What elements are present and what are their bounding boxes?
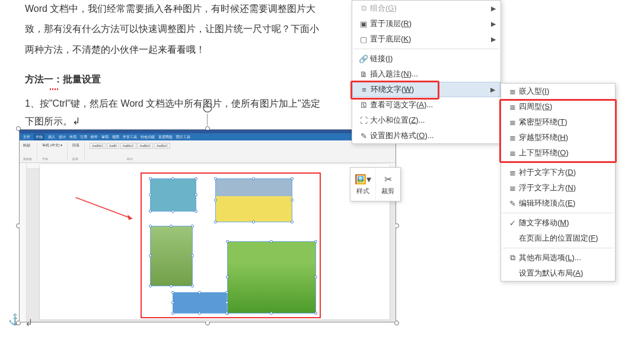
edit-icon: ✎ xyxy=(506,199,519,208)
sample-picture xyxy=(215,178,292,222)
alt-icon: 🖻 xyxy=(357,101,370,110)
red-arrow-annotation xyxy=(75,197,136,221)
menu-send-back[interactable]: ▢ 置于底层(K) ▶ xyxy=(352,31,500,47)
menu-size-pos[interactable]: ⛶ 大小和位置(Z)... xyxy=(352,113,500,128)
tight-icon: ≣ xyxy=(506,118,519,127)
menu-link[interactable]: 🔗 链接(I) xyxy=(352,51,500,66)
menu-separator xyxy=(502,213,614,213)
menu-group[interactable]: ⧉ 组合(G) ▶ xyxy=(352,1,500,16)
back-icon: ▢ xyxy=(357,35,370,44)
menu-bring-front[interactable]: ▣ 置于顶层(R) ▶ xyxy=(352,16,500,31)
inline-icon: ≣ xyxy=(506,87,519,96)
menu-wrap-text[interactable]: ≡ 环绕文字(W) ▶ xyxy=(352,82,500,97)
group-icon: ⧉ xyxy=(357,4,370,13)
submenu-front[interactable]: ≣ 浮于文字上方(N) xyxy=(501,180,615,196)
paragraph-mark: ↲ xyxy=(25,317,33,328)
svg-marker-1 xyxy=(127,215,132,220)
behind-icon: ≣ xyxy=(506,168,519,177)
crop-button[interactable]: ✂ 裁剪 xyxy=(376,168,401,201)
menu-separator xyxy=(502,248,614,248)
submenu-fix-position[interactable]: 在页面上的位置固定(F) xyxy=(501,231,615,246)
fmt-icon: ✎ xyxy=(357,132,370,140)
rotate-handle[interactable] xyxy=(202,102,213,114)
submenu-through[interactable]: ≣ 穿越型环绕(H) xyxy=(501,130,615,145)
document-body: Word 文档中，我们经常需要插入各种图片，有时候还需要调整图片大 致，那有没有… xyxy=(25,0,357,130)
rotate-connector xyxy=(207,114,208,126)
menu-caption[interactable]: 🗎 插入题注(N)... xyxy=(352,66,500,82)
body-line: 下图所示。↲ xyxy=(25,113,357,130)
topbot-icon: ≣ xyxy=(506,149,519,158)
submenu-arrow-icon: ▶ xyxy=(490,86,495,94)
mini-toolbar: 🖼️▾ 样式 ✂ 裁剪 xyxy=(350,167,401,202)
check-icon: ✓ xyxy=(506,219,519,228)
submenu-edit-points[interactable]: ✎ 编辑环绕顶点(E) xyxy=(501,196,615,211)
front-icon: ▣ xyxy=(357,20,370,28)
mini-word-screenshot: 文件开始插入设计布局引用邮件审阅视图开发工具特色功能百度网盘图片工具 粘贴剪贴板… xyxy=(20,130,396,322)
submenu-behind[interactable]: ≣ 衬于文字下方(D) xyxy=(501,165,615,180)
para-line: Word 文档中，我们经常需要插入各种图片，有时候还需要调整图片大 xyxy=(25,0,357,18)
through-icon: ≣ xyxy=(506,133,519,142)
submenu-arrow-icon: ▶ xyxy=(491,20,496,28)
caption-icon: 🗎 xyxy=(357,70,370,79)
submenu-square[interactable]: ≣ 四周型(S) xyxy=(501,99,615,114)
sample-picture xyxy=(150,178,196,212)
submenu-topbottom[interactable]: ≣ 上下型环绕(O) xyxy=(501,145,615,161)
submenu-inline[interactable]: ≣ 嵌入型(I) xyxy=(501,84,615,99)
square-icon: ≣ xyxy=(506,103,519,111)
para-line: 两种方法，不清楚的小伙伴一起来看看哦！ xyxy=(25,41,357,59)
submenu-tight[interactable]: ≣ 紧密型环绕(T) xyxy=(501,114,615,130)
sample-picture xyxy=(150,226,193,286)
menu-separator xyxy=(353,49,499,49)
style-label: 样式 xyxy=(356,187,369,196)
sample-picture xyxy=(227,241,316,314)
submenu-default-layout[interactable]: 设置为默认布局(A) xyxy=(501,266,615,281)
submenu-more-layout[interactable]: ⧉ 其他布局选项(L)... xyxy=(501,250,615,266)
link-icon: 🔗 xyxy=(357,55,370,63)
size-icon: ⛶ xyxy=(357,116,370,125)
menu-separator xyxy=(502,162,614,163)
wrap-text-submenu: ≣ 嵌入型(I) ≣ 四周型(S) ≣ 紧密型环绕(T) ≣ 穿越型环绕(H) … xyxy=(500,83,616,282)
crop-label: 裁剪 xyxy=(381,187,394,196)
wrap-icon: ≡ xyxy=(358,85,371,94)
para-line: 致，那有没有什么方法可以快速调整图片，让图片统一尺寸呢？下面小 xyxy=(25,20,357,38)
submenu-arrow-icon: ▶ xyxy=(491,5,496,12)
menu-alt-text[interactable]: 🖻 查看可选文字(A)... xyxy=(352,97,500,113)
more-icon: ⧉ xyxy=(506,253,519,263)
style-button[interactable]: 🖼️▾ 样式 xyxy=(350,168,376,201)
picture-style-icon: 🖼️▾ xyxy=(355,174,371,185)
selected-image-frame[interactable]: 文件开始插入设计布局引用邮件审阅视图开发工具特色功能百度网盘图片工具 粘贴剪贴板… xyxy=(19,129,396,322)
context-menu: ⧉ 组合(G) ▶ ▣ 置于顶层(R) ▶ ▢ 置于底层(K) ▶ 🔗 链接(I… xyxy=(352,0,501,144)
front2-icon: ≣ xyxy=(506,184,519,193)
crop-icon: ✂ xyxy=(384,174,392,185)
menu-pic-format[interactable]: ✎ 设置图片格式(O)... xyxy=(352,128,500,143)
body-line: 1、按"Ctrl"键，然后在 Word 文档选中所有图片，使所有图片加上"选定 xyxy=(25,95,357,113)
submenu-arrow-icon: ▶ xyxy=(491,36,496,43)
svg-line-0 xyxy=(75,197,132,219)
heading-method1: 方法一：批量设置 xyxy=(25,71,101,88)
submenu-move-with-text[interactable]: ✓ 随文字移动(M) xyxy=(501,215,615,231)
sample-picture xyxy=(173,292,227,314)
